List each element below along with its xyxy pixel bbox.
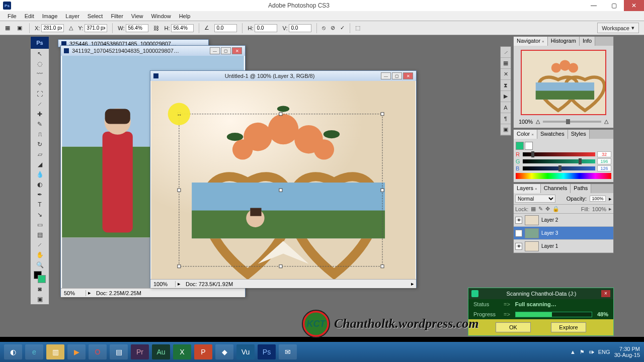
reference-point-icon[interactable]: ▣ — [17, 25, 24, 32]
layer-row[interactable]: 👁 Layer 2 — [514, 214, 613, 227]
doc-maximize-icon[interactable]: ▢ — [392, 72, 402, 79]
hue-strip[interactable] — [516, 173, 611, 179]
move-tool[interactable]: ↖ — [31, 49, 49, 59]
r-value[interactable]: 32 — [597, 151, 611, 157]
taskbar-media[interactable]: ▶ — [67, 344, 86, 359]
taskbar-opera[interactable]: O — [89, 344, 107, 359]
zoom-out-icon[interactable]: △ — [536, 118, 540, 125]
chevron-icon[interactable]: ▸ — [609, 196, 612, 202]
opacity-value[interactable]: 100% — [590, 196, 606, 202]
dock-char-icon[interactable]: A — [501, 102, 511, 113]
close-icon[interactable]: × — [542, 39, 544, 44]
history-brush-tool[interactable]: ↻ — [31, 139, 49, 149]
taskbar-mail[interactable]: ✉ — [279, 344, 297, 359]
blend-mode-select[interactable]: Normal — [515, 195, 555, 203]
dodge-tool[interactable]: ◐ — [31, 179, 49, 190]
g-slider[interactable] — [523, 159, 595, 163]
document-canvas-front[interactable]: ↔ — [150, 81, 416, 279]
notes-tool[interactable]: ▤ — [31, 230, 49, 240]
lock-move-icon[interactable]: ✥ — [545, 206, 550, 212]
menu-file[interactable]: File — [4, 12, 20, 20]
wand-tool[interactable]: ✧ — [31, 79, 49, 89]
menu-layer[interactable]: Layer — [62, 12, 83, 20]
g-value[interactable]: 196 — [597, 158, 611, 164]
quickmask-tool[interactable]: ◙ — [31, 284, 49, 294]
delta-icon[interactable]: △ — [69, 25, 73, 31]
r-slider[interactable] — [523, 152, 595, 156]
type-tool[interactable]: T — [31, 200, 49, 210]
document-window-front[interactable]: Untitled-1 @ 100% (Layer 3, RGB/8) — ▢ ✕ — [150, 70, 417, 288]
layer-thumbnail[interactable] — [525, 241, 539, 251]
w-input[interactable] — [126, 24, 148, 32]
lock-all-icon[interactable]: 🔒 — [552, 206, 559, 212]
dock-layercomp-icon[interactable]: ▣ — [501, 124, 511, 135]
maximize-button[interactable]: ▢ — [604, 0, 624, 11]
scan-close-icon[interactable]: × — [601, 290, 610, 297]
dock-history-icon[interactable]: ⧗ — [501, 80, 511, 91]
minimize-button[interactable]: — — [584, 0, 604, 11]
hand-tool[interactable]: ✋ — [31, 250, 49, 260]
zoom-in-icon[interactable]: △ — [604, 118, 608, 125]
transform-icon[interactable]: ▦ — [5, 25, 12, 32]
layer-row[interactable]: 👁 Layer 1 — [514, 240, 613, 253]
eyedropper-tool[interactable]: ⟋ — [31, 240, 49, 250]
screenmode-tool[interactable]: ▣ — [31, 294, 49, 304]
layer-row[interactable]: 👁 Layer 3 — [514, 227, 613, 240]
pen-tool[interactable]: ✒ — [31, 190, 49, 200]
fill-value[interactable]: 100% — [592, 206, 606, 212]
link-icon[interactable]: ⛓ — [153, 25, 159, 31]
vskew-input[interactable] — [289, 24, 311, 32]
x-input[interactable] — [41, 24, 64, 32]
navigator-zoom[interactable]: 100% — [519, 119, 533, 125]
close-icon[interactable]: × — [531, 132, 534, 137]
menu-filter[interactable]: Filter — [107, 12, 126, 20]
dock-actions-icon[interactable]: ▶ — [501, 91, 511, 102]
marquee-tool[interactable]: ◌ — [31, 59, 49, 69]
scan-explore-button[interactable]: Explore — [551, 322, 586, 332]
interpolation-icon[interactable]: ⦸ — [322, 25, 326, 31]
navigator-thumbnail[interactable] — [521, 50, 606, 115]
layer-name[interactable]: Layer 3 — [541, 230, 558, 236]
chevron-icon[interactable]: ▸ — [609, 206, 612, 212]
visibility-icon[interactable]: 👁 — [515, 243, 522, 250]
visibility-icon[interactable]: 👁 — [515, 230, 522, 237]
path-tool[interactable]: ↘ — [31, 210, 49, 220]
zoom-tool[interactable]: 🔍 — [31, 260, 49, 270]
taskbar-powerpoint[interactable]: P — [194, 344, 212, 359]
layer-thumbnail[interactable] — [525, 215, 539, 225]
menu-help[interactable]: Help — [176, 12, 194, 20]
menu-edit[interactable]: Edit — [21, 12, 38, 20]
warp-icon[interactable]: ⬚ — [355, 25, 360, 31]
tab-channels[interactable]: Channels — [541, 184, 571, 193]
visibility-icon[interactable]: 👁 — [515, 217, 522, 224]
taskbar-app[interactable]: ◆ — [215, 344, 233, 359]
tab-color[interactable]: Color× — [514, 130, 537, 139]
h-input[interactable] — [171, 24, 194, 32]
tray-clock[interactable]: 7:30 PM 30-Aug-15 — [614, 346, 640, 358]
b-value[interactable]: 126 — [597, 165, 611, 171]
doc-close-icon[interactable]: ✕ — [232, 47, 242, 54]
tab-histogram[interactable]: Histogram — [548, 37, 580, 46]
taskbar-excel[interactable]: X — [173, 344, 191, 359]
doc2-arrow-icon[interactable]: ▸ — [86, 290, 93, 296]
tray-icon[interactable]: ▲ — [570, 349, 576, 355]
doc-close-icon[interactable]: ✕ — [403, 72, 413, 79]
close-icon[interactable]: × — [535, 187, 537, 191]
b-slider[interactable] — [523, 166, 595, 170]
taskbar-explorer[interactable]: ▥ — [46, 344, 64, 359]
doc-minimize-icon[interactable]: — — [210, 47, 220, 54]
docf-arrow-icon[interactable]: ▸ — [176, 281, 183, 287]
taskbar-photoshop[interactable]: Ps — [258, 344, 276, 359]
slice-tool[interactable]: ⟋ — [31, 99, 49, 109]
tray-lang[interactable]: ENG — [598, 349, 610, 355]
doc-maximize-icon[interactable]: ▢ — [221, 47, 231, 54]
menu-view[interactable]: View — [128, 12, 147, 20]
close-button[interactable]: ✕ — [624, 0, 644, 11]
y-input[interactable] — [85, 24, 107, 32]
layer-name[interactable]: Layer 1 — [541, 243, 558, 249]
clone-tool[interactable]: ⎍ — [31, 129, 49, 139]
commit-transform-icon[interactable]: ✓ — [340, 25, 345, 31]
taskbar-audition[interactable]: Au — [152, 344, 170, 359]
layer-name[interactable]: Layer 2 — [541, 217, 558, 223]
lock-trans-icon[interactable]: ▦ — [531, 206, 536, 212]
